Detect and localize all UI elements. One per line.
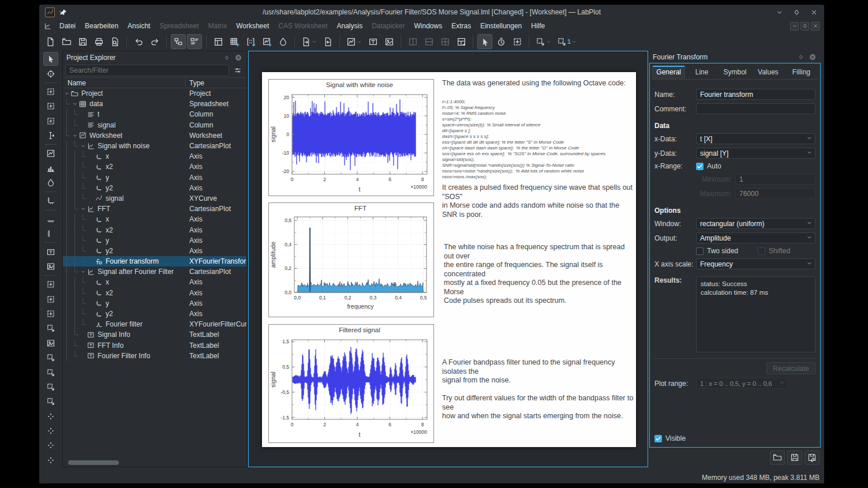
- tab-filling[interactable]: Filling: [785, 65, 818, 79]
- tree-row-t[interactable]: tColumn: [63, 109, 246, 119]
- select-mode-button[interactable]: [477, 34, 492, 49]
- output-select[interactable]: Amplitude: [696, 232, 815, 243]
- mdi-minimize-button[interactable]: [790, 22, 799, 31]
- new-script-button[interactable]: [299, 34, 319, 49]
- expander-icon[interactable]: [63, 91, 70, 96]
- add-axis-vertical-button[interactable]: [43, 227, 58, 241]
- print-button[interactable]: [91, 34, 106, 49]
- add-histogram-button[interactable]: [43, 162, 58, 175]
- comment-input[interactable]: [696, 103, 815, 114]
- menu-ansicht[interactable]: Ansicht: [123, 21, 155, 31]
- zoom-select-button[interactable]: [43, 85, 58, 99]
- tree-row-y2[interactable]: y2Axis: [63, 183, 246, 193]
- arrange-layout-button[interactable]: [454, 34, 469, 49]
- menu-worksheet[interactable]: Worksheet: [231, 21, 274, 31]
- zoom-x-select-button[interactable]: [43, 99, 58, 113]
- zoom-in-y-button[interactable]: [43, 395, 58, 408]
- plot-fft[interactable]: 0,00,10,20,30,40,50,00,20,40,6FFTfrequen…: [268, 202, 434, 317]
- expander-icon[interactable]: [71, 101, 78, 107]
- auto-scale-button[interactable]: [43, 321, 58, 335]
- zoom-mode-button[interactable]: [533, 34, 553, 49]
- redo-button[interactable]: [147, 34, 162, 49]
- dock-save-as-button[interactable]: [805, 451, 820, 465]
- tree-row-signal-after-fourier-filter[interactable]: Signal after Fourier FilterCartesianPlot: [63, 266, 246, 277]
- navigate-mode-button[interactable]: [493, 34, 508, 49]
- tree-row-x[interactable]: xAxis: [63, 151, 246, 162]
- visible-checkbox[interactable]: [654, 435, 662, 442]
- cursor-line-button[interactable]: [43, 129, 58, 142]
- tree-row-fourier-transform[interactable]: Fourier transformXYFourierTransformCurve: [63, 256, 246, 266]
- new-matrix-button[interactable]: [243, 34, 258, 49]
- new-project-button[interactable]: [43, 34, 58, 49]
- add-image-button[interactable]: [43, 260, 58, 273]
- maximum-input[interactable]: 76000: [735, 188, 815, 199]
- print-preview-button[interactable]: [107, 34, 122, 49]
- float-dock-icon[interactable]: [796, 52, 806, 62]
- toggle-project-explorer-button[interactable]: [171, 34, 186, 49]
- menu-windows[interactable]: Windows: [410, 21, 447, 31]
- expander-icon[interactable]: [71, 133, 78, 138]
- add-text-label-button[interactable]: [43, 245, 58, 258]
- tree-row-x2[interactable]: x2Axis: [63, 288, 246, 298]
- undo-button[interactable]: [131, 34, 146, 49]
- color-theme-button[interactable]: [275, 34, 290, 49]
- tree-row-signal-with-noise[interactable]: Signal with noiseCartesianPlot: [63, 141, 246, 151]
- shifted-checkbox[interactable]: [758, 247, 765, 255]
- x-axis-scale-select[interactable]: Frequency: [696, 258, 815, 269]
- tree-row-x[interactable]: xAxis: [63, 277, 246, 287]
- import-data-button[interactable]: [320, 34, 335, 49]
- toggle-properties-dock-button[interactable]: [187, 34, 202, 49]
- magnification-button[interactable]: 1: [555, 34, 579, 49]
- name-input[interactable]: Fourier transform: [696, 89, 815, 100]
- tree-column-headers[interactable]: Name Type: [63, 77, 246, 88]
- two-sided-checkbox[interactable]: [696, 247, 704, 255]
- auto-scale-x-button[interactable]: [43, 351, 58, 365]
- zoom-select-mode-button[interactable]: [510, 34, 525, 49]
- plot-signal-with-noise[interactable]: 02468-20-1001020Signal with white noiset…: [268, 79, 434, 196]
- export-button[interactable]: [43, 336, 58, 350]
- worksheet-page[interactable]: 02468-20-1001020Signal with white noiset…: [262, 72, 636, 447]
- auto-scale-y-button[interactable]: [43, 365, 58, 379]
- filter-options-button[interactable]: [231, 65, 244, 76]
- tree-row-data[interactable]: dataSpreadsheet: [63, 99, 246, 109]
- tree-row-fourier-filter-info[interactable]: Fourier Filter InfoTextLabel: [63, 351, 246, 361]
- add-axis-horizontal-button[interactable]: [43, 212, 58, 226]
- tree-row-y[interactable]: yAxis: [63, 172, 246, 183]
- add-image-button[interactable]: [381, 34, 396, 49]
- menu-extras[interactable]: Extras: [447, 21, 476, 31]
- plot-range-select[interactable]: 1 : x = 0 .. 0,5, y = 0 .. 0,6: [696, 378, 788, 389]
- zoom-out-button[interactable]: [43, 292, 58, 306]
- dock-save-button[interactable]: [787, 451, 802, 465]
- expander-icon[interactable]: [79, 269, 87, 275]
- mdi-restore-button[interactable]: [800, 22, 809, 31]
- maximize-button[interactable]: [792, 7, 801, 17]
- minimum-input[interactable]: 1: [735, 174, 815, 185]
- add-fit-button[interactable]: [43, 176, 58, 190]
- column-header-type[interactable]: Type: [186, 79, 246, 87]
- zoom-in-button[interactable]: [43, 277, 58, 291]
- crosshair-mode-button[interactable]: [43, 66, 58, 80]
- expander-icon[interactable]: [79, 143, 87, 149]
- add-text-label-button[interactable]: [365, 34, 380, 49]
- menu-analysis[interactable]: Analysis: [332, 21, 367, 31]
- tree-row-fft[interactable]: FFTCartesianPlot: [63, 204, 246, 214]
- new-workbook-button[interactable]: [211, 34, 226, 49]
- plot-filtered-signal[interactable]: 02468-1,5-0,50,51,5Filtered signalt×1000…: [268, 324, 434, 443]
- tab-general[interactable]: General: [652, 65, 685, 79]
- tree-row-x2[interactable]: x2Axis: [63, 224, 246, 235]
- tab-symbol[interactable]: Symbol: [719, 65, 751, 79]
- zoom-fit-button[interactable]: [43, 307, 58, 321]
- new-spreadsheet-button[interactable]: [227, 34, 242, 49]
- x-data-select[interactable]: t [X]: [696, 133, 815, 144]
- tree-row-signal-info[interactable]: Signal InfoTextLabel: [63, 329, 246, 340]
- shift-down-y-button[interactable]: [43, 453, 58, 467]
- menu-datei[interactable]: Datei: [55, 21, 80, 31]
- open-project-button[interactable]: [59, 34, 74, 49]
- column-header-name[interactable]: Name: [63, 78, 186, 88]
- tree-row-fourier-filter[interactable]: Fourier filterXYFourierFilterCurve: [63, 319, 246, 329]
- shift-right-x-button[interactable]: [43, 424, 58, 438]
- tree-row-fft-info[interactable]: FFT InfoTextLabel: [63, 340, 246, 351]
- tree-row-y2[interactable]: y2Axis: [63, 309, 246, 319]
- search-input[interactable]: Search/Filter: [65, 65, 229, 76]
- tree-row-worksheet[interactable]: WorksheetWorksheet: [63, 130, 246, 141]
